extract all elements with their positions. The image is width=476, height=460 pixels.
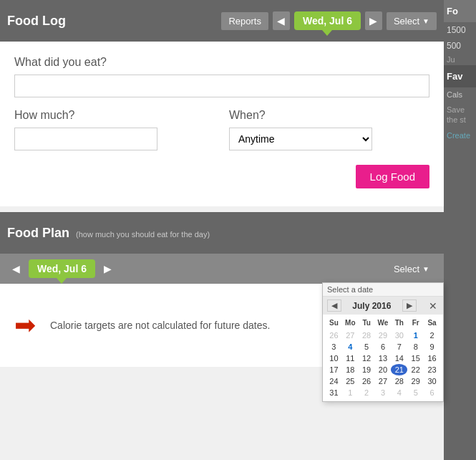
calendar-day-cell[interactable]: 9 bbox=[424, 341, 440, 353]
calendar-day-cell[interactable]: 23 bbox=[424, 364, 440, 375]
calendar-day-cell[interactable]: 4 bbox=[391, 387, 407, 398]
right-panel-cal2: 500 bbox=[444, 38, 476, 54]
calorie-message: Calorie targets are not calculated for f… bbox=[36, 305, 284, 345]
calendar-day-cell[interactable]: 15 bbox=[407, 353, 424, 364]
main-panel: Food Log Reports ◀ Wed, Jul 6 ▶ Select ▼… bbox=[0, 0, 444, 460]
calendar-day-cell[interactable]: 16 bbox=[424, 353, 440, 364]
calendar-day-cell[interactable]: 13 bbox=[375, 353, 392, 364]
calendar-day-cell[interactable]: 14 bbox=[391, 353, 407, 364]
right-panel-title: Fo bbox=[444, 0, 476, 22]
food-plan-prev-button[interactable]: ◀ bbox=[7, 259, 24, 278]
calendar-day-cell[interactable]: 30 bbox=[424, 375, 440, 387]
calendar-day-cell[interactable]: 6 bbox=[424, 387, 440, 398]
reports-button[interactable]: Reports bbox=[221, 12, 268, 30]
when-column: When? Anytime Breakfast Lunch Dinner Sna… bbox=[229, 109, 429, 150]
food-log-form: What did you eat? How much? When? Anytim… bbox=[0, 42, 444, 206]
what-did-you-eat-label: What did you eat? bbox=[14, 56, 429, 69]
calendar-day-cell[interactable]: 17 bbox=[326, 364, 342, 375]
calendar-day-cell[interactable]: 20 bbox=[375, 364, 392, 375]
calendar-week-3: 17181920212223 bbox=[326, 364, 440, 375]
current-date-badge: Wed, Jul 6 bbox=[294, 11, 361, 30]
calendar-week-2: 10111213141516 bbox=[326, 353, 440, 364]
calendar-week-4: 24252627282930 bbox=[326, 375, 440, 387]
calendar-day-cell[interactable]: 22 bbox=[407, 364, 424, 375]
form-actions: Log Food bbox=[14, 150, 429, 192]
calendar-day-cell[interactable]: 18 bbox=[342, 364, 359, 375]
calendar-day-cell[interactable]: 5 bbox=[359, 341, 375, 353]
food-plan-next-button[interactable]: ▶ bbox=[99, 259, 117, 278]
calendar-day-cell[interactable]: 28 bbox=[391, 375, 407, 387]
how-much-when-row: How much? When? Anytime Breakfast Lunch … bbox=[14, 109, 429, 150]
select-button[interactable]: Select ▼ bbox=[387, 12, 437, 30]
calendar-day-cell[interactable]: 12 bbox=[359, 353, 375, 364]
calendar-day-cell[interactable]: 4 bbox=[342, 341, 359, 353]
calendar-day-cell[interactable]: 30 bbox=[391, 330, 407, 341]
calendar-day-cell[interactable]: 29 bbox=[375, 330, 392, 341]
right-panel-cals-label: Cals bbox=[444, 87, 476, 102]
food-name-input[interactable] bbox=[14, 75, 429, 97]
prev-date-button[interactable]: ◀ bbox=[273, 11, 290, 30]
day-header-su: Su bbox=[326, 317, 342, 328]
how-much-label: How much? bbox=[14, 109, 215, 122]
how-much-column: How much? bbox=[14, 109, 215, 150]
calendar-popup: Select a date ◀ July 2016 ▶ ✕ Su Mo Tu W… bbox=[322, 282, 444, 402]
calendar-close-button[interactable]: ✕ bbox=[427, 301, 439, 311]
calendar-day-cell[interactable]: 24 bbox=[326, 375, 342, 387]
calendar-week-1: 3456789 bbox=[326, 341, 440, 353]
calendar-grid: Su Mo Tu We Th Fr Sa 2627282930123456789… bbox=[323, 315, 443, 401]
food-plan-select-button[interactable]: Select ▼ bbox=[387, 260, 437, 278]
calendar-day-cell[interactable]: 3 bbox=[326, 341, 342, 353]
calendar-next-month-button[interactable]: ▶ bbox=[402, 300, 417, 312]
calendar-select-label: Select a date bbox=[323, 283, 443, 297]
calendar-day-cell[interactable]: 1 bbox=[407, 330, 424, 341]
food-plan-header: Food Plan (how much you should eat for t… bbox=[0, 212, 444, 254]
day-header-fr: Fr bbox=[407, 317, 424, 328]
when-select[interactable]: Anytime Breakfast Lunch Dinner Snacks bbox=[229, 128, 372, 150]
how-much-input[interactable] bbox=[14, 128, 157, 150]
calendar-day-cell[interactable]: 26 bbox=[326, 330, 342, 341]
select-dropdown-icon: ▼ bbox=[422, 17, 429, 25]
calendar-day-cell[interactable]: 5 bbox=[407, 387, 424, 398]
log-food-button[interactable]: Log Food bbox=[356, 165, 429, 188]
calendar-weeks: 2627282930123456789101112131415161718192… bbox=[326, 330, 440, 398]
calendar-day-cell[interactable]: 2 bbox=[424, 330, 440, 341]
calendar-day-cell[interactable]: 8 bbox=[407, 341, 424, 353]
day-header-we: We bbox=[375, 317, 392, 328]
calendar-day-cell[interactable]: 26 bbox=[359, 375, 375, 387]
right-panel-create-label[interactable]: Create bbox=[444, 128, 476, 143]
food-log-header: Food Log Reports ◀ Wed, Jul 6 ▶ Select ▼ bbox=[0, 0, 444, 42]
calendar-day-cell[interactable]: 6 bbox=[375, 341, 392, 353]
food-plan-select-dropdown-icon: ▼ bbox=[422, 265, 429, 273]
day-header-sa: Sa bbox=[424, 317, 440, 328]
calendar-day-cell[interactable]: 27 bbox=[375, 375, 392, 387]
when-label: When? bbox=[229, 109, 429, 122]
calendar-day-cell[interactable]: 31 bbox=[326, 387, 342, 398]
next-date-button[interactable]: ▶ bbox=[365, 11, 382, 30]
right-panel-ju-label: Ju bbox=[444, 54, 476, 65]
food-plan-nav: ◀ Wed, Jul 6 ▶ Select ▼ Select a date ◀ … bbox=[0, 254, 444, 284]
calendar-header: ◀ July 2016 ▶ ✕ bbox=[323, 297, 443, 315]
calendar-day-cell[interactable]: 7 bbox=[391, 341, 407, 353]
food-plan-title: Food Plan (how much you should eat for t… bbox=[7, 226, 437, 241]
calendar-day-cell[interactable]: 19 bbox=[359, 364, 375, 375]
calendar-day-cell[interactable]: 11 bbox=[342, 353, 359, 364]
right-panel-fav-title: Fav bbox=[444, 65, 476, 87]
calendar-day-cell[interactable]: 25 bbox=[342, 375, 359, 387]
calendar-day-cell[interactable]: 2 bbox=[359, 387, 375, 398]
food-log-title: Food Log bbox=[7, 14, 217, 29]
right-panel-save-text: Save the st bbox=[444, 102, 476, 128]
calendar-day-cell[interactable]: 27 bbox=[342, 330, 359, 341]
calendar-month-year: July 2016 bbox=[352, 301, 391, 311]
calendar-day-cell[interactable]: 1 bbox=[342, 387, 359, 398]
calendar-day-cell[interactable]: 28 bbox=[359, 330, 375, 341]
food-plan-subtitle: (how much you should eat for the day) bbox=[76, 230, 210, 239]
calendar-week-5: 31123456 bbox=[326, 387, 440, 398]
calendar-day-cell[interactable]: 10 bbox=[326, 353, 342, 364]
calendar-day-headers: Su Mo Tu We Th Fr Sa bbox=[326, 317, 440, 328]
calendar-day-cell[interactable]: 3 bbox=[375, 387, 392, 398]
calendar-day-cell[interactable]: 29 bbox=[407, 375, 424, 387]
calendar-prev-month-button[interactable]: ◀ bbox=[327, 300, 341, 312]
food-plan-date-badge: Wed, Jul 6 bbox=[29, 259, 95, 278]
arrow-right-icon: ➡ bbox=[14, 312, 36, 338]
calendar-day-cell[interactable]: 21 bbox=[391, 364, 407, 375]
